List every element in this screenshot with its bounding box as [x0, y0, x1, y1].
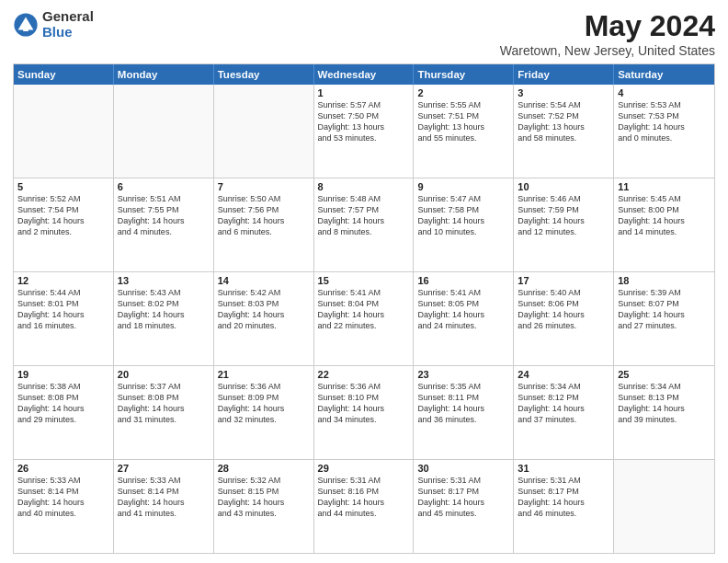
day-number: 22 [318, 369, 410, 380]
calendar-cell: 26Sunrise: 5:33 AM Sunset: 8:14 PM Dayli… [14, 460, 114, 553]
day-number: 12 [17, 275, 109, 286]
calendar-header: SundayMondayTuesdayWednesdayThursdayFrid… [14, 64, 714, 85]
cell-content: Sunrise: 5:39 AM Sunset: 8:07 PM Dayligh… [618, 287, 711, 332]
cell-content: Sunrise: 5:35 AM Sunset: 8:11 PM Dayligh… [417, 381, 509, 426]
day-number: 27 [118, 463, 210, 474]
logo-general: General [42, 9, 94, 25]
day-number: 21 [218, 369, 310, 380]
svg-rect-2 [23, 26, 28, 31]
day-number: 7 [218, 181, 310, 192]
day-number: 8 [318, 181, 410, 192]
calendar: SundayMondayTuesdayWednesdayThursdayFrid… [13, 63, 715, 554]
cell-content: Sunrise: 5:37 AM Sunset: 8:08 PM Dayligh… [118, 381, 210, 426]
cell-content: Sunrise: 5:31 AM Sunset: 8:17 PM Dayligh… [518, 475, 609, 520]
cell-content: Sunrise: 5:33 AM Sunset: 8:14 PM Dayligh… [118, 475, 210, 520]
calendar-cell: 7Sunrise: 5:50 AM Sunset: 7:56 PM Daylig… [214, 178, 314, 271]
header: General Blue May 2024 Waretown, New Jers… [13, 9, 715, 58]
calendar-cell: 30Sunrise: 5:31 AM Sunset: 8:17 PM Dayli… [414, 460, 514, 553]
cell-content: Sunrise: 5:51 AM Sunset: 7:55 PM Dayligh… [118, 193, 210, 238]
cell-content: Sunrise: 5:53 AM Sunset: 7:53 PM Dayligh… [618, 99, 711, 144]
calendar-cell: 20Sunrise: 5:37 AM Sunset: 8:08 PM Dayli… [114, 366, 214, 459]
day-number: 5 [17, 181, 109, 192]
cell-content: Sunrise: 5:31 AM Sunset: 8:17 PM Dayligh… [417, 475, 509, 520]
calendar-cell: 27Sunrise: 5:33 AM Sunset: 8:14 PM Dayli… [114, 460, 214, 553]
day-number: 15 [318, 275, 410, 286]
calendar-cell: 22Sunrise: 5:36 AM Sunset: 8:10 PM Dayli… [314, 366, 415, 459]
day-number: 28 [218, 463, 310, 474]
calendar-row: 1Sunrise: 5:57 AM Sunset: 7:50 PM Daylig… [14, 85, 714, 178]
cell-content: Sunrise: 5:46 AM Sunset: 7:59 PM Dayligh… [518, 193, 609, 238]
page-container: General Blue May 2024 Waretown, New Jers… [0, 0, 728, 563]
day-number: 6 [118, 181, 210, 192]
calendar-cell: 16Sunrise: 5:41 AM Sunset: 8:05 PM Dayli… [414, 272, 514, 365]
calendar-cell-empty [614, 460, 714, 553]
day-number: 25 [618, 369, 711, 380]
title-block: May 2024 Waretown, New Jersey, United St… [500, 9, 715, 58]
calendar-cell-empty [214, 85, 314, 178]
cell-content: Sunrise: 5:45 AM Sunset: 8:00 PM Dayligh… [618, 193, 711, 238]
day-number: 20 [118, 369, 210, 380]
calendar-cell: 10Sunrise: 5:46 AM Sunset: 7:59 PM Dayli… [514, 178, 614, 271]
calendar-header-cell: Wednesday [314, 64, 415, 85]
cell-content: Sunrise: 5:54 AM Sunset: 7:52 PM Dayligh… [518, 99, 609, 144]
calendar-cell: 28Sunrise: 5:32 AM Sunset: 8:15 PM Dayli… [214, 460, 314, 553]
calendar-cell: 15Sunrise: 5:41 AM Sunset: 8:04 PM Dayli… [314, 272, 415, 365]
day-number: 17 [518, 275, 609, 286]
day-number: 16 [417, 275, 509, 286]
calendar-body: 1Sunrise: 5:57 AM Sunset: 7:50 PM Daylig… [14, 85, 714, 553]
logo: General Blue [13, 9, 94, 40]
calendar-cell: 8Sunrise: 5:48 AM Sunset: 7:57 PM Daylig… [314, 178, 415, 271]
calendar-cell: 4Sunrise: 5:53 AM Sunset: 7:53 PM Daylig… [614, 85, 714, 178]
calendar-cell: 31Sunrise: 5:31 AM Sunset: 8:17 PM Dayli… [514, 460, 614, 553]
calendar-cell: 21Sunrise: 5:36 AM Sunset: 8:09 PM Dayli… [214, 366, 314, 459]
calendar-cell: 23Sunrise: 5:35 AM Sunset: 8:11 PM Dayli… [414, 366, 514, 459]
calendar-cell: 18Sunrise: 5:39 AM Sunset: 8:07 PM Dayli… [614, 272, 714, 365]
subtitle: Waretown, New Jersey, United States [500, 43, 715, 58]
cell-content: Sunrise: 5:44 AM Sunset: 8:01 PM Dayligh… [17, 287, 109, 332]
day-number: 4 [618, 87, 711, 98]
cell-content: Sunrise: 5:42 AM Sunset: 8:03 PM Dayligh… [218, 287, 310, 332]
cell-content: Sunrise: 5:36 AM Sunset: 8:09 PM Dayligh… [218, 381, 310, 426]
cell-content: Sunrise: 5:32 AM Sunset: 8:15 PM Dayligh… [218, 475, 310, 520]
logo-text: General Blue [42, 9, 94, 40]
cell-content: Sunrise: 5:40 AM Sunset: 8:06 PM Dayligh… [518, 287, 609, 332]
cell-content: Sunrise: 5:33 AM Sunset: 8:14 PM Dayligh… [17, 475, 109, 520]
calendar-cell: 11Sunrise: 5:45 AM Sunset: 8:00 PM Dayli… [614, 178, 714, 271]
calendar-header-cell: Tuesday [214, 64, 314, 85]
calendar-cell: 29Sunrise: 5:31 AM Sunset: 8:16 PM Dayli… [314, 460, 415, 553]
cell-content: Sunrise: 5:31 AM Sunset: 8:16 PM Dayligh… [318, 475, 410, 520]
cell-content: Sunrise: 5:52 AM Sunset: 7:54 PM Dayligh… [17, 193, 109, 238]
day-number: 29 [318, 463, 410, 474]
calendar-cell-empty [114, 85, 214, 178]
cell-content: Sunrise: 5:34 AM Sunset: 8:13 PM Dayligh… [618, 381, 711, 426]
logo-blue: Blue [42, 25, 94, 40]
calendar-cell: 19Sunrise: 5:38 AM Sunset: 8:08 PM Dayli… [14, 366, 114, 459]
cell-content: Sunrise: 5:48 AM Sunset: 7:57 PM Dayligh… [318, 193, 410, 238]
calendar-header-cell: Friday [514, 64, 614, 85]
cell-content: Sunrise: 5:41 AM Sunset: 8:04 PM Dayligh… [318, 287, 410, 332]
day-number: 3 [518, 87, 609, 98]
cell-content: Sunrise: 5:43 AM Sunset: 8:02 PM Dayligh… [118, 287, 210, 332]
calendar-row: 19Sunrise: 5:38 AM Sunset: 8:08 PM Dayli… [14, 365, 714, 459]
day-number: 1 [318, 87, 410, 98]
calendar-cell-empty [14, 85, 114, 178]
day-number: 26 [17, 463, 109, 474]
calendar-cell: 12Sunrise: 5:44 AM Sunset: 8:01 PM Dayli… [14, 272, 114, 365]
calendar-cell: 17Sunrise: 5:40 AM Sunset: 8:06 PM Dayli… [514, 272, 614, 365]
day-number: 30 [417, 463, 509, 474]
day-number: 9 [417, 181, 509, 192]
calendar-cell: 25Sunrise: 5:34 AM Sunset: 8:13 PM Dayli… [614, 366, 714, 459]
calendar-cell: 24Sunrise: 5:34 AM Sunset: 8:12 PM Dayli… [514, 366, 614, 459]
cell-content: Sunrise: 5:38 AM Sunset: 8:08 PM Dayligh… [17, 381, 109, 426]
calendar-header-cell: Thursday [414, 64, 514, 85]
main-title: May 2024 [500, 9, 715, 43]
day-number: 10 [518, 181, 609, 192]
day-number: 23 [417, 369, 509, 380]
cell-content: Sunrise: 5:34 AM Sunset: 8:12 PM Dayligh… [518, 381, 609, 426]
calendar-header-cell: Sunday [14, 64, 114, 85]
day-number: 13 [118, 275, 210, 286]
calendar-header-cell: Monday [114, 64, 214, 85]
cell-content: Sunrise: 5:57 AM Sunset: 7:50 PM Dayligh… [318, 99, 410, 144]
calendar-row: 5Sunrise: 5:52 AM Sunset: 7:54 PM Daylig… [14, 178, 714, 271]
calendar-header-cell: Saturday [614, 64, 714, 85]
